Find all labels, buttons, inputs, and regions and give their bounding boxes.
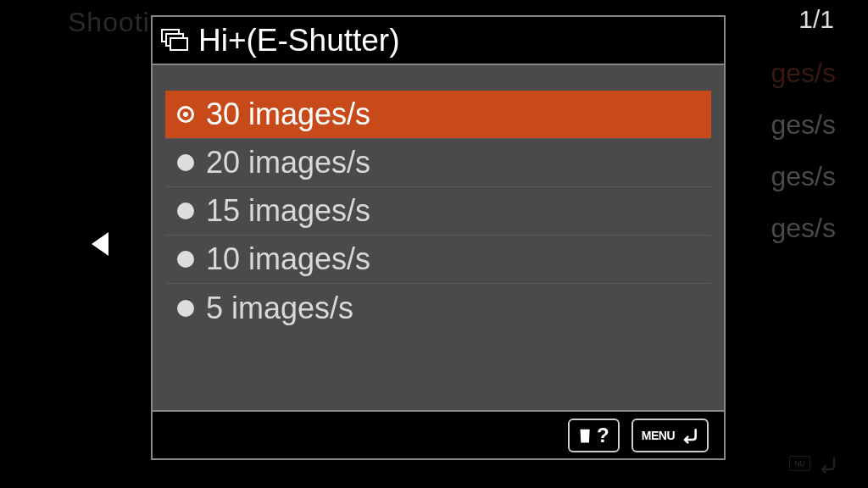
back-arrow-icon — [815, 454, 837, 473]
bg-menu-label: NU — [789, 456, 810, 471]
dialog-footer: ? MENU — [153, 410, 724, 458]
bg-menu-back: NU — [789, 454, 837, 473]
bg-value: ges/s — [771, 109, 836, 141]
left-arrow-icon[interactable] — [92, 232, 108, 256]
option-label: 15 images/s — [206, 196, 370, 226]
help-button[interactable]: ? — [568, 419, 620, 452]
bg-value-stack: ges/s ges/s ges/s ges/s — [771, 58, 836, 244]
radio-icon — [177, 154, 194, 171]
question-mark-icon: ? — [597, 424, 609, 447]
bg-value: ges/s — [771, 58, 836, 89]
option-label: 20 images/s — [206, 147, 370, 178]
menu-label: MENU — [642, 429, 675, 442]
option-label: 30 images/s — [206, 99, 370, 130]
option-20fps[interactable]: 20 images/s — [165, 139, 711, 187]
menu-back-button[interactable]: MENU — [632, 419, 709, 452]
bg-title-fragment: Shooti — [68, 7, 150, 38]
trash-icon — [578, 428, 592, 443]
page-indicator: 1/1 — [798, 5, 834, 34]
bg-value: ges/s — [771, 161, 836, 192]
option-5fps[interactable]: 5 images/s — [165, 284, 711, 332]
radio-icon — [177, 300, 194, 317]
back-arrow-icon — [680, 427, 698, 444]
dialog-title: Hi+(E-Shutter) — [198, 23, 399, 58]
radio-icon — [177, 251, 194, 268]
continuous-shooting-icon — [161, 29, 190, 53]
option-label: 5 images/s — [206, 293, 353, 324]
option-30fps[interactable]: 30 images/s — [165, 91, 711, 139]
option-list: 30 images/s 20 images/s 15 images/s 10 i… — [153, 65, 724, 410]
drive-speed-dialog: Hi+(E-Shutter) 30 images/s 20 images/s 1… — [151, 15, 726, 460]
option-label: 10 images/s — [206, 244, 370, 274]
radio-icon — [177, 202, 194, 219]
bg-value: ges/s — [771, 213, 836, 244]
option-10fps[interactable]: 10 images/s — [165, 236, 711, 284]
radio-icon — [177, 106, 194, 123]
dialog-header: Hi+(E-Shutter) — [153, 17, 724, 65]
option-15fps[interactable]: 15 images/s — [165, 187, 711, 236]
